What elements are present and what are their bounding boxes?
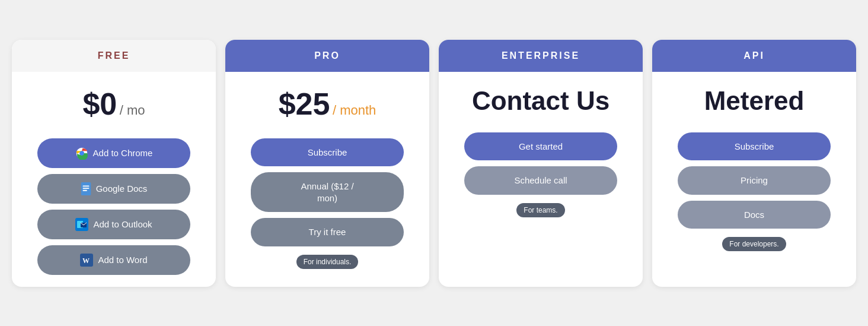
- svg-rect-5: [82, 188, 89, 189]
- svg-point-2: [79, 151, 84, 155]
- add-to-outlook-button[interactable]: Add to Outlook: [37, 210, 190, 239]
- google-docs-icon: [81, 182, 91, 195]
- word-icon: W: [80, 254, 93, 267]
- pricing-container: FREE $0 / mo: [12, 40, 856, 287]
- price-amount-api: Metered: [704, 86, 805, 115]
- enterprise-get-started-button[interactable]: Get started: [464, 132, 617, 161]
- enterprise-schedule-call-button[interactable]: Schedule call: [464, 166, 617, 195]
- enterprise-badge: For teams.: [516, 203, 564, 217]
- enterprise-get-started-label: Get started: [519, 141, 563, 153]
- pro-try-free-label: Try it free: [309, 226, 346, 238]
- pro-subscribe-label: Subscribe: [308, 147, 347, 159]
- plan-card-api: API Metered Subscribe Pricing Docs For d…: [652, 40, 856, 287]
- price-amount-enterprise: Contact Us: [472, 86, 609, 115]
- pro-try-free-button[interactable]: Try it free: [251, 218, 404, 246]
- enterprise-schedule-call-label: Schedule call: [514, 175, 567, 186]
- plan-card-free: FREE $0 / mo: [12, 40, 216, 287]
- plan-header-free: FREE: [12, 40, 216, 72]
- pro-annual-button[interactable]: Annual ($12 / mon): [251, 172, 404, 212]
- pro-badge: For individuals.: [296, 255, 359, 269]
- plan-price-pro: $25 / month: [279, 86, 376, 122]
- price-amount-pro: $25: [279, 87, 330, 121]
- add-to-chrome-button[interactable]: Add to Chrome: [37, 138, 190, 168]
- api-badge: For developers.: [722, 237, 786, 251]
- google-docs-button[interactable]: Google Docs: [37, 174, 190, 204]
- plan-title-free: FREE: [98, 50, 130, 61]
- plan-title-enterprise: ENTERPRISE: [502, 50, 580, 61]
- chrome-icon: [75, 147, 88, 160]
- plan-body-pro: $25 / month Subscribe Annual ($12 / mon)…: [225, 72, 429, 287]
- add-to-word-button[interactable]: W Add to Word: [37, 245, 190, 275]
- api-subscribe-label: Subscribe: [735, 141, 774, 153]
- plan-price-free: $0 / mo: [82, 86, 145, 122]
- price-period-free: / mo: [120, 103, 145, 118]
- price-period-pro: / month: [333, 103, 376, 118]
- buttons-list-free: Add to Chrome Google Docs: [24, 138, 204, 275]
- api-subscribe-button[interactable]: Subscribe: [678, 132, 831, 161]
- api-pricing-button[interactable]: Pricing: [678, 166, 831, 195]
- buttons-list-enterprise: Get started Schedule call For teams.: [451, 132, 631, 217]
- outlook-icon: [75, 218, 88, 231]
- price-amount-free: $0: [82, 87, 117, 121]
- plan-body-api: Metered Subscribe Pricing Docs For devel…: [652, 72, 856, 287]
- plan-body-enterprise: Contact Us Get started Schedule call For…: [439, 72, 643, 287]
- api-pricing-label: Pricing: [741, 175, 768, 186]
- plan-header-api: API: [652, 40, 856, 72]
- plan-title-pro: PRO: [314, 50, 340, 61]
- plan-price-api: Metered: [704, 86, 805, 116]
- buttons-list-pro: Subscribe Annual ($12 / mon) Try it free…: [237, 138, 417, 269]
- svg-text:W: W: [82, 257, 90, 265]
- add-to-chrome-label: Add to Chrome: [93, 147, 153, 159]
- add-to-word-label: Add to Word: [98, 254, 147, 266]
- google-docs-label: Google Docs: [96, 183, 148, 195]
- api-docs-button[interactable]: Docs: [678, 201, 831, 229]
- plan-card-enterprise: ENTERPRISE Contact Us Get started Schedu…: [439, 40, 643, 287]
- plan-body-free: $0 / mo Add to Chrome: [12, 72, 216, 287]
- add-to-outlook-label: Add to Outlook: [93, 219, 152, 230]
- plan-price-enterprise: Contact Us: [472, 86, 609, 116]
- pro-annual-label: Annual ($12 / mon): [301, 181, 353, 204]
- plan-title-api: API: [743, 50, 765, 61]
- pro-subscribe-button[interactable]: Subscribe: [251, 138, 404, 167]
- buttons-list-api: Subscribe Pricing Docs For developers.: [664, 132, 844, 252]
- plan-header-pro: PRO: [225, 40, 429, 72]
- plan-card-pro: PRO $25 / month Subscribe Annual ($12 / …: [225, 40, 429, 287]
- plan-header-enterprise: ENTERPRISE: [439, 40, 643, 72]
- svg-rect-4: [82, 185, 89, 186]
- svg-rect-6: [82, 189, 87, 191]
- api-docs-label: Docs: [744, 209, 764, 221]
